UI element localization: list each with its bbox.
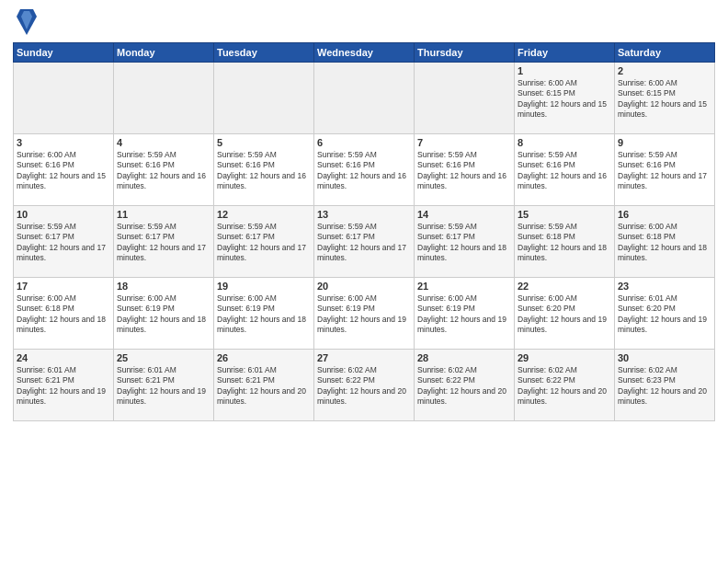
day-info: Sunset: 6:22 PM [417,375,511,385]
day-info: Sunrise: 5:59 AM [518,150,611,160]
day-info: Sunrise: 6:01 AM [117,365,210,375]
day-number: 30 [618,352,711,363]
day-info: Sunrise: 5:59 AM [417,150,511,160]
day-info: Sunset: 6:21 PM [17,375,110,385]
day-number: 25 [117,352,210,363]
calendar-cell: 29Sunrise: 6:02 AMSunset: 6:22 PMDayligh… [515,350,615,421]
col-header-saturday: Saturday [615,43,715,63]
day-number: 5 [217,137,311,148]
day-number: 29 [518,352,611,363]
day-info: Sunrise: 5:59 AM [417,222,511,232]
day-info: Sunrise: 6:00 AM [217,293,311,304]
day-info: Sunset: 6:16 PM [17,160,110,170]
calendar-cell: 26Sunrise: 6:01 AMSunset: 6:21 PMDayligh… [214,350,314,421]
day-number: 2 [618,65,711,76]
calendar-cell: 17Sunrise: 6:00 AMSunset: 6:18 PMDayligh… [14,278,114,350]
calendar-cell: 28Sunrise: 6:02 AMSunset: 6:22 PMDayligh… [415,350,515,421]
day-info: Daylight: 12 hours and 19 minutes. [17,386,110,408]
day-info: Sunset: 6:20 PM [618,304,711,314]
day-number: 15 [518,209,611,220]
day-info: Daylight: 12 hours and 16 minutes. [417,171,511,192]
day-info: Daylight: 12 hours and 16 minutes. [317,171,411,192]
calendar-cell [214,63,314,134]
calendar-cell: 15Sunrise: 5:59 AMSunset: 6:18 PMDayligh… [515,206,615,278]
day-info: Sunrise: 6:00 AM [518,78,611,88]
day-info: Sunset: 6:16 PM [117,160,210,170]
day-number: 19 [217,281,311,292]
day-info: Sunrise: 5:59 AM [217,150,311,160]
day-number: 18 [117,281,210,292]
day-number: 16 [618,209,711,220]
day-info: Sunset: 6:17 PM [417,232,511,242]
day-info: Sunrise: 6:00 AM [618,222,711,232]
calendar-cell: 11Sunrise: 5:59 AMSunset: 6:17 PMDayligh… [114,206,214,278]
day-info: Sunrise: 6:00 AM [17,150,110,160]
day-info: Daylight: 12 hours and 15 minutes. [618,99,711,121]
day-number: 20 [317,281,411,292]
day-info: Sunset: 6:18 PM [17,304,110,314]
week-row-1: 1Sunrise: 6:00 AMSunset: 6:15 PMDaylight… [14,63,715,134]
day-info: Daylight: 12 hours and 20 minutes. [317,386,411,408]
header-row: SundayMondayTuesdayWednesdayThursdayFrid… [14,43,715,63]
calendar-body: 1Sunrise: 6:00 AMSunset: 6:15 PMDaylight… [14,63,715,421]
day-info: Sunset: 6:15 PM [518,88,611,98]
calendar-cell: 3Sunrise: 6:00 AMSunset: 6:16 PMDaylight… [14,134,114,206]
day-number: 22 [518,281,611,292]
day-info: Sunrise: 5:59 AM [518,222,611,232]
calendar-cell [14,63,114,134]
day-info: Sunrise: 6:00 AM [17,293,110,304]
day-number: 9 [618,137,711,148]
day-info: Daylight: 12 hours and 18 minutes. [518,243,611,264]
day-info: Sunset: 6:19 PM [217,304,311,314]
day-info: Sunrise: 5:59 AM [618,150,711,160]
day-info: Sunset: 6:21 PM [217,375,311,385]
day-info: Daylight: 12 hours and 20 minutes. [417,386,511,408]
calendar-cell: 20Sunrise: 6:00 AMSunset: 6:19 PMDayligh… [314,278,415,350]
col-header-sunday: Sunday [14,43,114,63]
day-info: Sunset: 6:16 PM [217,160,311,170]
day-number: 27 [317,352,411,363]
day-number: 12 [217,209,311,220]
day-info: Sunset: 6:16 PM [518,160,611,170]
day-info: Daylight: 12 hours and 18 minutes. [417,243,511,264]
day-info: Sunrise: 6:00 AM [317,293,411,304]
day-info: Sunrise: 6:01 AM [217,365,311,375]
day-info: Sunset: 6:16 PM [417,160,511,170]
day-info: Sunrise: 5:59 AM [317,222,411,232]
calendar-cell: 4Sunrise: 5:59 AMSunset: 6:16 PMDaylight… [114,134,214,206]
calendar-cell: 1Sunrise: 6:00 AMSunset: 6:15 PMDaylight… [515,63,615,134]
day-info: Sunrise: 6:00 AM [417,293,511,304]
day-info: Daylight: 12 hours and 15 minutes. [518,99,611,121]
day-info: Sunrise: 5:59 AM [317,150,411,160]
calendar-cell: 23Sunrise: 6:01 AMSunset: 6:20 PMDayligh… [615,278,715,350]
day-info: Daylight: 12 hours and 19 minutes. [317,315,411,336]
calendar-cell: 18Sunrise: 6:00 AMSunset: 6:19 PMDayligh… [114,278,214,350]
day-info: Daylight: 12 hours and 20 minutes. [618,386,711,408]
day-info: Sunset: 6:18 PM [618,232,711,242]
calendar-cell [415,63,515,134]
header [13,9,715,35]
calendar-cell: 13Sunrise: 5:59 AMSunset: 6:17 PMDayligh… [314,206,415,278]
calendar-cell: 30Sunrise: 6:02 AMSunset: 6:23 PMDayligh… [615,350,715,421]
logo [13,9,37,35]
calendar-cell: 25Sunrise: 6:01 AMSunset: 6:21 PMDayligh… [114,350,214,421]
logo-icon [17,9,37,35]
calendar-table: SundayMondayTuesdayWednesdayThursdayFrid… [13,42,715,421]
calendar-cell: 21Sunrise: 6:00 AMSunset: 6:19 PMDayligh… [415,278,515,350]
day-info: Sunset: 6:17 PM [217,232,311,242]
calendar-cell: 22Sunrise: 6:00 AMSunset: 6:20 PMDayligh… [515,278,615,350]
calendar-cell [114,63,214,134]
day-info: Daylight: 12 hours and 17 minutes. [17,243,110,264]
day-info: Daylight: 12 hours and 17 minutes. [217,243,311,264]
day-number: 21 [417,281,511,292]
calendar-cell: 7Sunrise: 5:59 AMSunset: 6:16 PMDaylight… [415,134,515,206]
day-info: Daylight: 12 hours and 18 minutes. [117,315,210,336]
day-number: 26 [217,352,311,363]
day-info: Sunset: 6:17 PM [317,232,411,242]
day-info: Sunset: 6:18 PM [518,232,611,242]
day-number: 13 [317,209,411,220]
day-number: 6 [317,137,411,148]
day-info: Sunset: 6:23 PM [618,375,711,385]
day-info: Sunrise: 6:00 AM [518,293,611,304]
day-info: Sunrise: 6:02 AM [317,365,411,375]
